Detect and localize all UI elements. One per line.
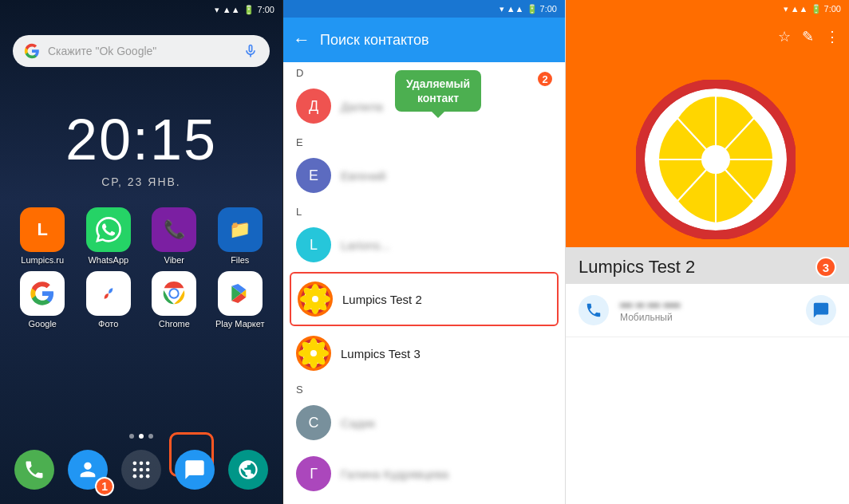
svg-point-4 xyxy=(146,462,150,466)
contact-row-larions[interactable]: L Larions... xyxy=(283,219,565,270)
dock-area: 1 xyxy=(0,427,282,504)
svg-point-1 xyxy=(171,289,178,297)
lemon-logo xyxy=(636,80,780,223)
app-whatsapp[interactable]: WhatsApp xyxy=(79,207,139,265)
contact-row-galina[interactable]: Г Галина Кудрявцева xyxy=(283,448,565,499)
dock-browser[interactable] xyxy=(228,450,268,490)
svg-point-7 xyxy=(146,468,150,472)
app-photos[interactable]: Фото xyxy=(79,271,139,329)
contact-row-lumpics3[interactable]: Lumpics Test 3 xyxy=(283,328,565,379)
sms-icon[interactable] xyxy=(806,295,836,325)
contact-name-bar: Lumpics Test 2 3 xyxy=(566,247,849,284)
google-app-icon xyxy=(20,271,65,316)
dock-messages[interactable] xyxy=(175,450,215,490)
signal-icon: ▲▲ xyxy=(223,5,240,14)
contact-row-sadik[interactable]: С Садик xyxy=(283,397,565,448)
status-bar-3: ▾ ▲▲ 🔋 7:00 xyxy=(566,0,849,18)
chrome-icon xyxy=(152,271,196,316)
step-badge-2: 2 xyxy=(536,70,554,88)
files-label: Files xyxy=(231,255,249,265)
detail-contact-name: Lumpics Test 2 xyxy=(579,257,695,278)
home-time: 20:15 xyxy=(0,107,282,172)
play-market-icon xyxy=(218,271,263,316)
photos-icon xyxy=(86,271,131,316)
dock-dots xyxy=(0,434,282,439)
avatar-lumpics2 xyxy=(298,282,333,317)
avatar-evgeny: Е xyxy=(296,158,331,193)
avatar-larions: L xyxy=(296,227,331,262)
phone-row: ••• •• ••• •••• Мобильный xyxy=(566,284,849,337)
search-placeholder: Скажите "Ok Google" xyxy=(48,45,235,57)
all-apps-icon xyxy=(121,450,161,490)
dock-contacts[interactable]: 1 xyxy=(68,450,108,490)
section-label-e: E xyxy=(283,132,565,150)
svg-point-34 xyxy=(701,145,730,174)
phone-number: ••• •• ••• •••• xyxy=(620,298,795,312)
lumpics-label: Lumpics.ru xyxy=(21,255,64,265)
phone-icon xyxy=(14,450,54,490)
viber-icon: 📞 xyxy=(152,207,196,252)
contact-row-lumpics2[interactable]: Lumpics Test 2 xyxy=(290,272,559,326)
app-viber[interactable]: 📞 Viber xyxy=(144,207,204,265)
contact-name-dalila: Далила xyxy=(341,100,383,113)
dot-1 xyxy=(129,434,134,439)
edit-icon[interactable]: ✎ xyxy=(802,28,814,45)
app-grid: L Lumpics.ru WhatsApp 📞 Viber 📁 Files xyxy=(0,188,282,329)
mic-icon xyxy=(243,43,259,59)
google-search-bar[interactable]: Скажите "Ok Google" xyxy=(13,35,270,67)
avatar-galina: Г xyxy=(296,456,331,491)
svg-point-5 xyxy=(132,468,136,472)
status-bar-2: ▾ ▲▲ 🔋 7:00 xyxy=(283,0,565,18)
svg-point-10 xyxy=(146,474,150,478)
avatar-lumpics3 xyxy=(296,336,331,371)
contacts-search-screen: ▾ ▲▲ 🔋 7:00 ← Поиск контактов Удаляемыйк… xyxy=(283,0,566,504)
dot-3 xyxy=(148,434,153,439)
browser-icon xyxy=(228,450,268,490)
call-icon[interactable] xyxy=(579,295,609,325)
chrome-label: Chrome xyxy=(159,319,190,329)
messages-icon xyxy=(175,450,215,490)
whatsapp-label: WhatsApp xyxy=(88,255,128,265)
step-badge-3: 3 xyxy=(815,257,836,278)
contact-hero xyxy=(566,56,849,247)
svg-point-32 xyxy=(310,350,317,356)
back-button[interactable]: ← xyxy=(293,30,310,50)
svg-point-6 xyxy=(140,468,144,472)
android-home-screen: ▾ ▲▲ 🔋 7:00 Скажите "Ok Google" 20:15 СР… xyxy=(0,0,283,504)
step-badge-1: 1 xyxy=(95,477,114,496)
contact-name-galina: Галина Кудрявцева xyxy=(341,467,448,481)
app-play-market[interactable]: Play Маркет xyxy=(211,271,270,329)
detail-toolbar: ☆ ✎ ⋮ xyxy=(566,18,849,56)
whatsapp-icon xyxy=(86,207,131,252)
svg-point-3 xyxy=(140,462,144,466)
avatar-dalila: Д xyxy=(296,89,331,124)
contact-row-evgeny[interactable]: Е Евгений xyxy=(283,150,565,201)
app-chrome[interactable]: Chrome xyxy=(144,271,204,329)
phone-type: Мобильный xyxy=(620,312,795,323)
star-icon[interactable]: ☆ xyxy=(778,28,791,45)
dot-2 xyxy=(139,434,144,439)
svg-point-21 xyxy=(312,296,318,302)
tooltip-text: Удаляемыйконтакт xyxy=(406,77,470,104)
contact-row-sergey[interactable]: С СЕРГЕЙ xyxy=(283,499,565,504)
viber-label: Viber xyxy=(164,255,184,265)
clock-1: 7:00 xyxy=(258,5,274,14)
lumpics-icon: L xyxy=(20,207,65,252)
app-files[interactable]: 📁 Files xyxy=(211,207,270,265)
app-lumpics[interactable]: L Lumpics.ru xyxy=(13,207,73,265)
svg-point-9 xyxy=(140,474,144,478)
contact-name-evgeny: Евгений xyxy=(341,169,386,183)
google-label: Google xyxy=(29,319,57,329)
files-icon: 📁 xyxy=(218,207,263,252)
dock-phone[interactable] xyxy=(14,450,54,490)
contacts-header: ← Поиск контактов xyxy=(283,18,565,62)
app-google[interactable]: Google xyxy=(13,271,73,329)
svg-point-2 xyxy=(132,462,136,466)
status-icons-2: ▾ ▲▲ 🔋 7:00 xyxy=(500,4,557,14)
more-icon[interactable]: ⋮ xyxy=(825,28,839,45)
section-label-s: S xyxy=(283,379,565,397)
dock-all-apps[interactable] xyxy=(121,450,161,490)
avatar-sadik: С xyxy=(296,405,331,440)
contact-name-lumpics2: Lumpics Test 2 xyxy=(342,293,422,306)
battery-icon: 🔋 xyxy=(243,5,255,15)
